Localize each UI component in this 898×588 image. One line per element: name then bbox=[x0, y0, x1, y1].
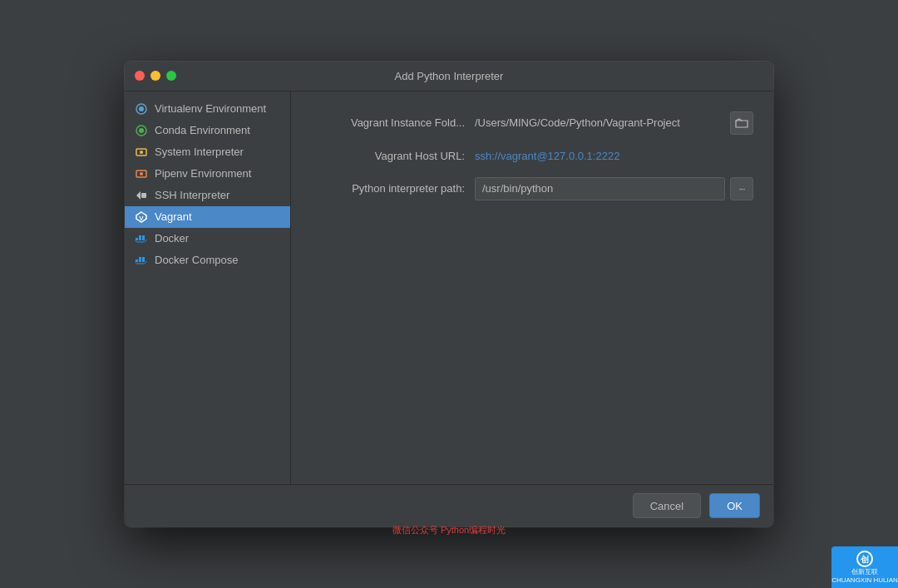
svg-rect-22 bbox=[139, 257, 141, 259]
svg-rect-15 bbox=[139, 238, 141, 240]
ssh-icon bbox=[135, 189, 148, 202]
sidebar-item-label: System Interpreter bbox=[155, 146, 244, 158]
sidebar-item-label: Docker bbox=[155, 232, 189, 245]
close-button[interactable] bbox=[135, 71, 145, 81]
svg-point-7 bbox=[140, 151, 143, 154]
svg-rect-18 bbox=[142, 235, 145, 238]
sidebar-item-docker[interactable]: Docker bbox=[125, 228, 290, 250]
svg-marker-10 bbox=[136, 191, 141, 200]
virtualenv-icon bbox=[135, 102, 148, 116]
sidebar-item-label: Vagrant bbox=[155, 210, 192, 223]
svg-text:创: 创 bbox=[860, 555, 869, 564]
svg-rect-11 bbox=[141, 193, 146, 198]
browse-dots-icon: ··· bbox=[738, 183, 744, 195]
vagrant-folder-input-wrapper: /Users/MING/Code/Python/Vagrant-Project bbox=[475, 111, 753, 135]
brand-text: 创新互联 CHUANGXIN HULIAN bbox=[831, 568, 898, 586]
svg-point-5 bbox=[139, 128, 144, 133]
dialog-footer: Cancel OK bbox=[125, 484, 773, 527]
brand-logo: 创 创新互联 CHUANGXIN HULIAN bbox=[831, 546, 898, 588]
cancel-button[interactable]: Cancel bbox=[633, 493, 701, 518]
title-bar: Add Python Interpreter bbox=[125, 62, 773, 91]
sidebar-item-pipenv[interactable]: Pipenv Environment bbox=[125, 163, 290, 185]
svg-rect-21 bbox=[142, 259, 145, 262]
sidebar: Virtualenv Environment Conda Environment bbox=[125, 91, 291, 484]
sidebar-item-ssh[interactable]: SSH Interpreter bbox=[125, 185, 290, 206]
python-path-input-wrapper: ··· bbox=[475, 177, 753, 200]
sidebar-item-conda[interactable]: Conda Environment bbox=[125, 120, 290, 141]
system-icon bbox=[135, 146, 148, 159]
svg-text:V: V bbox=[139, 215, 144, 222]
folder-icon bbox=[735, 118, 748, 128]
content-area: Vagrant Instance Fold... /Users/MING/Cod… bbox=[291, 91, 773, 484]
vagrant-url-value[interactable]: ssh://vagrant@127.0.0.1:2222 bbox=[475, 150, 753, 162]
sidebar-item-docker-compose[interactable]: Docker Compose bbox=[125, 250, 290, 271]
dialog-title: Add Python Interpreter bbox=[395, 70, 504, 82]
traffic-lights bbox=[135, 71, 176, 81]
svg-rect-23 bbox=[142, 257, 145, 259]
ok-button[interactable]: OK bbox=[709, 493, 760, 518]
vagrant-folder-browse-button[interactable] bbox=[730, 111, 753, 135]
form-row-vagrant-url: Vagrant Host URL: ssh://vagrant@127.0.0.… bbox=[311, 150, 753, 162]
svg-rect-17 bbox=[139, 235, 141, 238]
sidebar-item-vagrant[interactable]: V Vagrant bbox=[125, 206, 290, 228]
docker-icon bbox=[135, 232, 148, 245]
minimize-button[interactable] bbox=[150, 71, 160, 81]
vagrant-folder-value: /Users/MING/Code/Python/Vagrant-Project bbox=[475, 116, 725, 129]
sidebar-item-virtualenv[interactable]: Virtualenv Environment bbox=[125, 98, 290, 120]
python-path-browse-button[interactable]: ··· bbox=[730, 177, 753, 200]
form-row-python-path: Python interpreter path: ··· bbox=[311, 177, 753, 200]
add-interpreter-dialog: Add Python Interpreter Virtualenv Enviro… bbox=[125, 62, 773, 527]
svg-point-9 bbox=[140, 172, 143, 175]
form-row-vagrant-folder: Vagrant Instance Fold... /Users/MING/Cod… bbox=[311, 111, 753, 135]
maximize-button[interactable] bbox=[166, 71, 176, 81]
svg-rect-20 bbox=[139, 259, 141, 262]
sidebar-item-label: SSH Interpreter bbox=[155, 189, 229, 201]
sidebar-item-label: Virtualenv Environment bbox=[155, 102, 266, 115]
python-path-input[interactable] bbox=[475, 177, 725, 200]
pipenv-icon bbox=[135, 167, 148, 180]
conda-icon bbox=[135, 124, 148, 137]
sidebar-item-label: Conda Environment bbox=[155, 124, 250, 136]
svg-rect-19 bbox=[136, 259, 138, 262]
sidebar-item-label: Pipenv Environment bbox=[155, 167, 251, 180]
svg-point-3 bbox=[139, 106, 144, 111]
vagrant-icon: V bbox=[135, 210, 148, 224]
brand-icon: 创 bbox=[853, 550, 876, 568]
sidebar-item-system[interactable]: System Interpreter bbox=[125, 141, 290, 163]
svg-rect-14 bbox=[136, 238, 138, 240]
docker-compose-icon bbox=[135, 254, 148, 267]
svg-rect-16 bbox=[142, 238, 145, 240]
dialog-body: Virtualenv Environment Conda Environment bbox=[125, 91, 773, 484]
python-path-label: Python interpreter path: bbox=[311, 182, 465, 195]
sidebar-item-label: Docker Compose bbox=[155, 254, 238, 266]
vagrant-folder-label: Vagrant Instance Fold... bbox=[311, 116, 465, 129]
content-spacer bbox=[311, 215, 753, 464]
watermark-text: 微信公众号 Python编程时光 bbox=[392, 524, 506, 536]
vagrant-url-label: Vagrant Host URL: bbox=[311, 150, 465, 162]
